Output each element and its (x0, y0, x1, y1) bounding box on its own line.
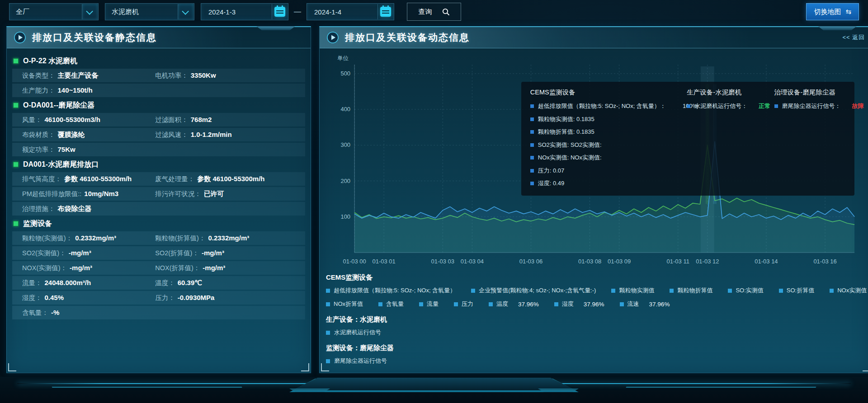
legend-marker-icon (489, 302, 493, 306)
legend-item[interactable]: 含氧量 (378, 300, 404, 308)
data-row: 风量：46100-55300m3/h过滤面积：768m2 (12, 113, 305, 127)
section-heading-label: O-P-22 水泥磨机 (23, 56, 77, 66)
dynamic-info-panel: 排放口及关联设备动态信息 << 返回 单位10020030040050001-0… (319, 26, 868, 373)
legend-item[interactable]: SO:实测值 (728, 286, 763, 295)
svg-text:01-03 04: 01-03 04 (461, 258, 484, 265)
legend-marker-icon (326, 289, 330, 293)
legend-item[interactable]: 压力 (454, 300, 473, 308)
data-cell: 压力：-0.0930MPa (155, 294, 305, 302)
legend-marker-icon (554, 302, 558, 306)
legend-item[interactable]: 颗粒物实测值 (611, 286, 654, 295)
svg-text:100: 100 (340, 213, 350, 220)
legend-item[interactable]: NOx实测值 (830, 286, 867, 295)
line-chart[interactable]: 单位10020030040050001-03 0001-03 0101-03 0… (325, 53, 867, 269)
field-label: NOX(实测值)： (22, 264, 67, 272)
legend-marker-icon (471, 289, 475, 293)
field-value: 参数 46100-55300m/h (64, 175, 132, 183)
data-row: 湿度：0.45%压力：-0.0930MPa (12, 291, 305, 305)
data-cell: NOX(折算值)：-mg/m³ (155, 264, 305, 272)
legend-heading: CEMS监测设备 (326, 273, 867, 282)
field-value: -% (51, 309, 59, 316)
svg-text:01-03 01: 01-03 01 (373, 258, 396, 265)
data-cell: 过滤风速：1.0-1.2m/min (155, 131, 305, 139)
legend-marker-icon (830, 289, 834, 293)
chart-canvas[interactable]: 单位10020030040050001-03 0001-03 0101-03 0… (325, 53, 867, 269)
field-label: 温度： (155, 279, 175, 287)
legend-item[interactable]: NOx折算值 (326, 300, 363, 308)
field-label: 过滤风速： (155, 131, 188, 139)
field-value: 46100-55300m3/h (45, 116, 100, 123)
legend-item[interactable]: 企业预警值(颗粒物:4; sOz-; NOx-;含氧气量:-) (471, 286, 596, 295)
field-label: SO2(实测值)： (22, 249, 66, 258)
green-square-icon (13, 221, 19, 226)
svg-text:01-03 06: 01-03 06 (519, 258, 542, 265)
field-value: 0.45% (45, 294, 64, 301)
main-area: 排放口及关联设备静态信息 O-P-22 水泥磨机设备类型：主要生产设备电机功率：… (0, 23, 868, 377)
switch-arrows-icon: ⇆ (845, 8, 851, 16)
date-end-value: 2024-1-4 (314, 8, 341, 16)
data-row: 流量：24048.000m³/h温度：60.39℃ (12, 276, 305, 290)
legend-marker-icon (326, 359, 330, 363)
svg-text:300: 300 (340, 141, 350, 148)
data-row: 颗粒物(实测值)：0.2332mg/m³颗粒物(折算值)：0.2332mg/m³ (12, 231, 305, 245)
legend-item[interactable]: SO:折算值 (779, 286, 814, 295)
chevron-down-icon[interactable] (82, 4, 98, 19)
chevron-down-icon[interactable] (178, 4, 193, 19)
legend-item[interactable]: 流速37.96% (620, 300, 670, 308)
date-end-input[interactable]: 2024-1-4 (307, 3, 394, 20)
legend-item-value: 37.96% (518, 301, 539, 308)
legend-item-label: SO:折算值 (787, 286, 814, 295)
field-value: 1.0-1.2m/min (191, 131, 232, 138)
section-heading: O-DA001--磨尾除尘器 (13, 98, 304, 112)
data-cell: 布袋材质：覆膜涤纶 (22, 131, 155, 139)
switch-map-button[interactable]: 切换地图 ⇆ (806, 3, 859, 20)
query-button[interactable]: 查询 (407, 3, 461, 21)
legend-marker-icon (326, 302, 330, 306)
legend-item[interactable]: 温度37.96% (489, 300, 539, 308)
field-value: 75Kw (58, 145, 75, 153)
data-cell: 风量：46100-55300m3/h (22, 116, 155, 124)
green-square-icon (13, 103, 19, 108)
field-label: 颗粒物(折算值)： (155, 234, 205, 243)
legend-item[interactable]: 颗粒物折算值 (670, 286, 712, 295)
legend-marker-icon (378, 302, 382, 306)
legend-item[interactable]: 湿度37.96% (554, 300, 604, 308)
legend-item[interactable]: 超低排放限值（颗拉物:5: SOz-; NOx; 含氧量） (326, 286, 456, 295)
field-value: 布袋除尘器 (58, 205, 92, 213)
section-heading-label: O-DA001--磨尾除尘器 (23, 101, 94, 110)
svg-text:400: 400 (340, 106, 350, 112)
field-label: NOX(折算值)： (155, 264, 200, 272)
data-row: 排气筒高度：参数 46100-55300m/h废气处理量：参数 46100-55… (12, 172, 305, 186)
static-info-title: 排放口及关联设备静态信息 (32, 31, 157, 44)
data-cell: 颗粒物(实测值)：0.2332mg/m³ (22, 234, 155, 243)
field-label: 排污许可状况： (155, 190, 201, 198)
calendar-icon[interactable] (377, 4, 393, 19)
data-row: SO2(实测值)：-mg/m³SO2(折算值)：-mg/m³ (12, 246, 305, 260)
data-cell: 过滤面积：768m2 (155, 116, 305, 124)
dynamic-info-title: 排放口及关联设备动态信息 (345, 31, 470, 44)
query-button-label: 查询 (419, 8, 432, 16)
field-value: 60.39℃ (178, 279, 202, 287)
data-row: 生产能力：140~150t/h (12, 84, 305, 97)
date-start-input[interactable]: 2024-1-3 (201, 3, 288, 20)
svg-text:01-03 12: 01-03 12 (696, 258, 719, 265)
data-cell: 电机功率：3350Kw (155, 71, 305, 80)
signal-legend-item[interactable]: 水泥磨机运行信号 (326, 328, 867, 337)
legend-item-label: NOx实测值 (837, 286, 867, 295)
legend-marker-icon (620, 302, 624, 306)
search-icon (442, 8, 450, 16)
back-link[interactable]: << 返回 (842, 33, 865, 42)
corner-decoration (301, 363, 309, 371)
legend-item-label: NOx折算值 (334, 300, 363, 308)
signal-legend-item[interactable]: 磨尾除尘器运行信号 (326, 357, 867, 365)
plant-select[interactable]: 全厂 (9, 3, 99, 20)
field-label: PM超低排排放限值:: (22, 190, 81, 198)
legend: 超低排放限值（颗拉物:5: SOz-; NOx; 含氧量）企业预警值(颗粒物:4… (325, 286, 867, 308)
section-heading-label: DA001-水泥磨尾排放口 (23, 160, 99, 169)
svg-text:01-03 08: 01-03 08 (578, 258, 601, 265)
legend-item[interactable]: 流量 (419, 300, 439, 308)
green-square-icon (13, 58, 19, 64)
device-select[interactable]: 水泥磨机 (105, 3, 194, 20)
section-heading-label: 监测设备 (23, 219, 52, 229)
calendar-icon[interactable] (272, 4, 288, 19)
